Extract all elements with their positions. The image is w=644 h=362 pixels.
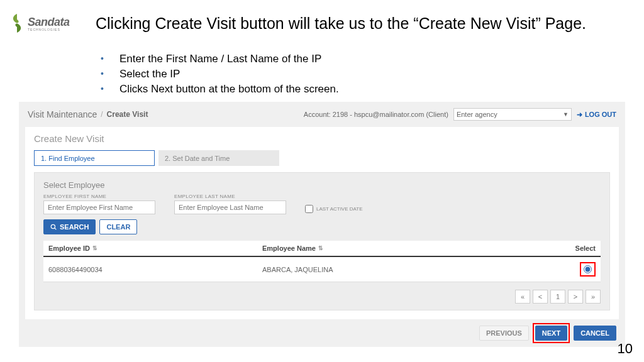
- logo-text: Sandata: [28, 16, 70, 28]
- select-highlight: [580, 262, 596, 277]
- bullet-item: Clicks Next button at the bottom of the …: [101, 82, 339, 97]
- next-highlight: NEXT: [533, 323, 570, 343]
- app-header: Visit Maintenance / Create Visit Account…: [19, 102, 625, 127]
- page-next[interactable]: >: [568, 290, 583, 304]
- pagination: « < 1 > »: [43, 290, 601, 304]
- slide-heading: Clicking Create Visit button will take u…: [96, 14, 606, 33]
- bullet-item: Select the IP: [101, 67, 339, 82]
- first-name-label: EMPLOYEE FIRST NAME: [43, 194, 155, 199]
- clear-label: CLEAR: [106, 223, 130, 231]
- table-row: 60880364490034 ABARCA, JAQUELINA: [43, 257, 601, 282]
- logout-label: LOG OUT: [585, 111, 616, 118]
- instruction-bullets: Enter the First Name / Last Name of the …: [101, 52, 339, 96]
- col-employee-id[interactable]: Employee ID ⇅: [48, 244, 262, 252]
- search-icon: [50, 224, 57, 230]
- chevron-down-icon: ▼: [563, 111, 569, 118]
- agency-placeholder: Enter agency: [457, 111, 497, 118]
- page-first[interactable]: «: [515, 290, 530, 304]
- step-find-employee[interactable]: 1. Find Employee: [34, 150, 155, 166]
- step-tabs: 1. Find Employee 2. Set Date and Time: [34, 150, 610, 166]
- app-screenshot: Visit Maintenance / Create Visit Account…: [19, 102, 625, 347]
- cell-employee-id: 60880364490034: [48, 266, 262, 273]
- last-active-checkbox[interactable]: [305, 205, 313, 213]
- breadcrumb-current: Create Visit: [107, 110, 148, 119]
- brand-logo: Sandata TECHNOLOGIES: [9, 13, 70, 34]
- wizard-footer: PREVIOUS NEXT CANCEL: [479, 323, 616, 343]
- svg-point-0: [51, 224, 55, 228]
- cell-employee-name: ABARCA, JAQUELINA: [262, 266, 558, 273]
- logout-icon: ➜: [577, 111, 582, 119]
- select-employee-radio[interactable]: [584, 265, 592, 273]
- page-last[interactable]: »: [586, 290, 601, 304]
- svg-line-1: [55, 228, 57, 230]
- card-title: Create New Visit: [34, 133, 610, 144]
- previous-button[interactable]: PREVIOUS: [479, 326, 529, 341]
- employee-table: Employee ID ⇅ Employee Name ⇅ Select 608…: [43, 241, 601, 282]
- page-current[interactable]: 1: [550, 290, 565, 304]
- cancel-button[interactable]: CANCEL: [574, 326, 616, 341]
- first-name-field: EMPLOYEE FIRST NAME: [43, 194, 155, 214]
- table-header: Employee ID ⇅ Employee Name ⇅ Select: [43, 241, 601, 257]
- account-text: Account: 2198 - hspcu@mailinator.com (Cl…: [304, 111, 448, 118]
- logo-mark-icon: [9, 13, 25, 34]
- panel-title: Select Employee: [43, 180, 601, 190]
- last-name-field: EMPLOYEE LAST NAME: [174, 194, 286, 214]
- search-button[interactable]: SEARCH: [43, 219, 96, 234]
- slide-number: 10: [618, 341, 633, 357]
- last-name-input[interactable]: [174, 200, 286, 214]
- col-select: Select: [558, 244, 596, 252]
- create-visit-card: Create New Visit 1. Find Employee 2. Set…: [25, 127, 619, 319]
- bullet-item: Enter the First Name / Last Name of the …: [101, 52, 339, 67]
- logout-link[interactable]: ➜ LOG OUT: [577, 111, 616, 119]
- last-name-label: EMPLOYEE LAST NAME: [174, 194, 286, 199]
- next-button[interactable]: NEXT: [535, 326, 567, 341]
- agency-select[interactable]: Enter agency ▼: [453, 108, 572, 121]
- select-employee-panel: Select Employee EMPLOYEE FIRST NAME EMPL…: [34, 172, 610, 310]
- step-set-date-time[interactable]: 2. Set Date and Time: [158, 150, 279, 166]
- page-prev[interactable]: <: [533, 290, 548, 304]
- col-employee-name[interactable]: Employee Name ⇅: [262, 244, 558, 252]
- clear-button[interactable]: CLEAR: [99, 219, 137, 234]
- breadcrumb-root[interactable]: Visit Maintenance: [28, 109, 97, 119]
- search-label: SEARCH: [60, 223, 89, 231]
- first-name-input[interactable]: [43, 200, 155, 214]
- breadcrumb-separator: /: [101, 110, 103, 119]
- sort-icon: ⇅: [318, 245, 323, 251]
- sort-icon: ⇅: [92, 245, 97, 251]
- last-active-checkbox-row: LAST ACTIVE DATE: [305, 205, 363, 213]
- last-active-label: LAST ACTIVE DATE: [316, 206, 363, 212]
